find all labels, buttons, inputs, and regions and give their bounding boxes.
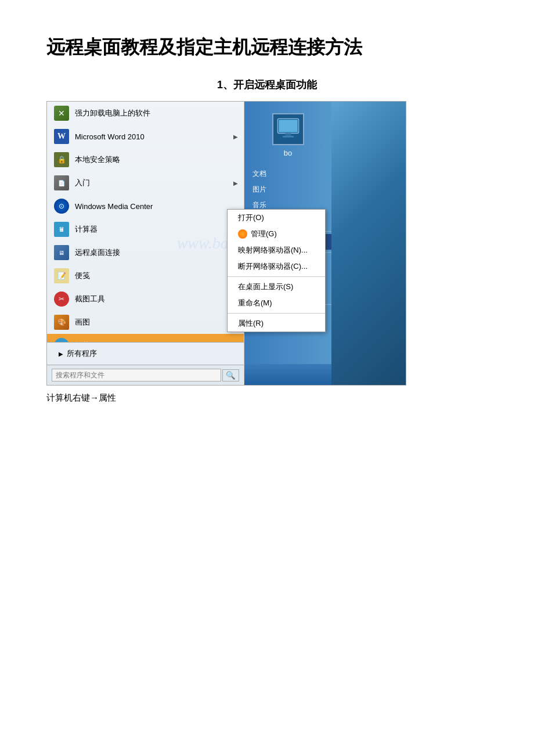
context-item-map-drive[interactable]: 映射网络驱动器(N)... (228, 242, 325, 258)
start-menu-items: ✕ 强力卸载电脑上的软件 W Microsoft Word 2010 ▶ 🔒 本… (47, 102, 244, 342)
submenu-arrow: ▶ (233, 180, 238, 186)
notepad-icon: 📝 (53, 267, 70, 285)
menu-item-label: 卸载QQ2011 (75, 340, 118, 342)
calc-icon: 🖩 (53, 221, 70, 238)
page-title: 远程桌面教程及指定主机远程连接方法 (46, 35, 488, 60)
intro-icon: 📄 (53, 174, 70, 192)
context-item-manage[interactable]: 管理(G) (228, 226, 325, 242)
user-avatar (272, 113, 304, 145)
all-programs-label: 所有程序 (67, 348, 97, 359)
menu-item-wmc[interactable]: ⊙ Windows Media Center (47, 195, 244, 218)
menu-item-label: 截图工具 (75, 294, 105, 304)
all-programs-arrow: ▶ (59, 351, 63, 357)
caption-text: 计算机右键→属性 (46, 393, 488, 404)
uninstall-icon: ✕ (53, 105, 70, 122)
menu-item-label: 本地安全策略 (75, 154, 120, 165)
menu-item-uninstall[interactable]: ✕ 强力卸载电脑上的软件 (47, 102, 244, 125)
desktop-area (331, 102, 406, 385)
uninstallqq-icon: QQ (53, 337, 70, 342)
menu-item-word[interactable]: W Microsoft Word 2010 ▶ (47, 125, 244, 148)
menu-item-label: Windows Media Center (75, 202, 153, 211)
search-input[interactable] (52, 369, 221, 381)
menu-item-notepad[interactable]: 📝 便笺 (47, 264, 244, 287)
menu-item-calc[interactable]: 🖩 计算器 (47, 218, 244, 241)
user-profile: bo (244, 107, 331, 163)
menu-item-label: 远程桌面连接 (75, 247, 120, 258)
menu-item-label: Microsoft Word 2010 (75, 132, 145, 141)
context-item-rename[interactable]: 重命名(M) (228, 295, 325, 311)
menu-item-rdp[interactable]: 🖥 远程桌面连接 ▶ (47, 241, 244, 264)
right-link-documents[interactable]: 文档 (244, 166, 331, 182)
context-separator1 (228, 276, 325, 277)
search-button[interactable]: 🔍 (222, 369, 239, 381)
computer-icon (273, 113, 303, 145)
menu-item-label: 计算器 (75, 224, 98, 235)
security-icon: 🔒 (53, 151, 70, 168)
menu-item-paint[interactable]: 🎨 画图 (47, 311, 244, 334)
menu-item-label: 便笺 (75, 271, 90, 281)
snipping-icon: ✂ (53, 290, 70, 308)
start-menu-left: ✕ 强力卸载电脑上的软件 W Microsoft Word 2010 ▶ 🔒 本… (47, 102, 244, 385)
username-label: bo (284, 149, 292, 157)
menu-item-security[interactable]: 🔒 本地安全策略 (47, 148, 244, 171)
menu-item-snipping[interactable]: ✂ 截图工具 (47, 287, 244, 311)
context-item-show-desktop[interactable]: 在桌面上显示(S) (228, 279, 325, 295)
all-programs-row[interactable]: ▶ 所有程序 (47, 342, 244, 365)
menu-item-uninstallqq[interactable]: QQ 卸载QQ2011 (47, 334, 244, 342)
menu-item-label: 强力卸载电脑上的软件 (75, 108, 150, 118)
right-link-pictures[interactable]: 图片 (244, 182, 331, 197)
paint-icon: 🎨 (53, 314, 70, 331)
rdp-icon: 🖥 (53, 244, 70, 261)
context-separator2 (228, 313, 325, 314)
menu-item-label: 入门 (75, 178, 90, 188)
context-item-properties[interactable]: 属性(R) (228, 315, 325, 332)
manage-icon (238, 229, 247, 239)
menu-item-intro[interactable]: 📄 入门 ▶ (47, 171, 244, 195)
svg-rect-3 (282, 136, 293, 138)
svg-rect-2 (285, 133, 291, 136)
menu-item-label: 画图 (75, 317, 90, 327)
context-menu: 打开(O) 管理(G) 映射网络驱动器(N)... 断开网络驱动器(C)... … (227, 209, 326, 332)
submenu-arrow: ▶ (233, 134, 238, 140)
wmc-icon: ⊙ (53, 197, 70, 215)
screenshot: ✕ 强力卸载电脑上的软件 W Microsoft Word 2010 ▶ 🔒 本… (46, 101, 406, 386)
word-icon: W (53, 128, 70, 145)
context-item-disconnect-drive[interactable]: 断开网络驱动器(C)... (228, 258, 325, 275)
search-bar: 🔍 (47, 365, 244, 385)
section1-title: 1、开启远程桌面功能 (46, 78, 488, 92)
context-item-open[interactable]: 打开(O) (228, 210, 325, 226)
svg-rect-1 (279, 120, 297, 132)
